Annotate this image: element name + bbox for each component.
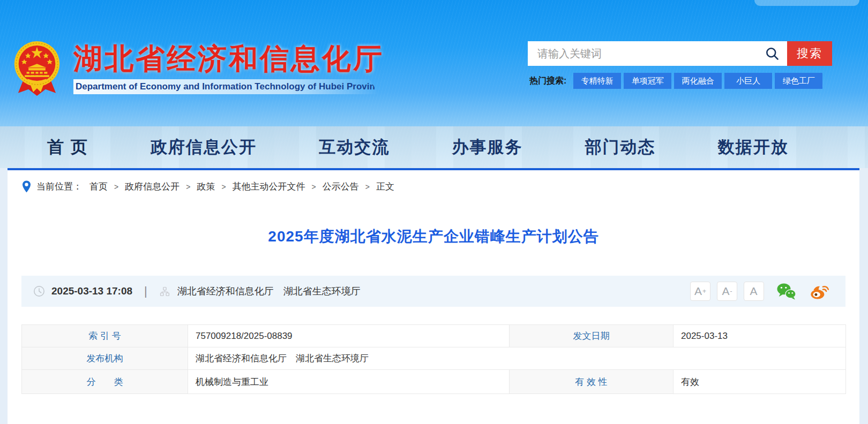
font-size-increase-button[interactable]: A+	[690, 282, 710, 301]
search-button[interactable]: 搜索	[787, 41, 832, 66]
hot-search-row: 热门搜索: 专精特新 单项冠军 两化融合 小巨人 绿色工厂	[529, 73, 825, 89]
site-title-english: Department of Economy and Information Te…	[76, 81, 385, 92]
brand-block: 湖北省经济和信息化厅 Department of Economy and Inf…	[73, 39, 384, 94]
clock-icon	[33, 285, 45, 297]
issue-date-label: 发文日期	[510, 325, 674, 347]
site-title: 湖北省经济和信息化厅	[73, 44, 384, 73]
hot-tag[interactable]: 专精特新	[573, 73, 621, 89]
site-subtitle-ribbon: Department of Economy and Information Te…	[73, 79, 379, 94]
wechat-share-icon[interactable]	[776, 282, 797, 300]
breadcrumb-item-policy[interactable]: 政策	[197, 180, 215, 193]
hot-search-label: 热门搜索:	[529, 75, 566, 87]
breadcrumb-item-gov-info[interactable]: 政府信息公开	[125, 180, 179, 193]
search-icon[interactable]	[765, 46, 780, 61]
meta-right-group: A+ A- A	[684, 282, 830, 301]
hot-tag[interactable]: 两化融合	[674, 73, 722, 89]
org-sitemap-icon	[159, 286, 170, 297]
breadcrumb-item-announcements[interactable]: 公示公告	[323, 180, 359, 193]
document-info-table: 索 引 号 757009218/2025-08839 发文日期 2025-03-…	[21, 324, 846, 394]
issuing-agency-value: 湖北省经济和信息化厅 湖北省生态环境厅	[188, 347, 846, 370]
article-title: 2025年度湖北省水泥生产企业错峰生产计划公告	[21, 226, 845, 247]
publish-datetime: 2025-03-13 17:08	[51, 285, 132, 297]
breadcrumb-separator: >	[221, 183, 226, 191]
breadcrumb-item-other-docs[interactable]: 其他主动公开文件	[233, 180, 305, 193]
article-meta-bar: 2025-03-13 17:08 | 湖北省经济和信息化厅 湖北省生态环境厅 A…	[21, 276, 845, 307]
validity-value: 有效	[674, 370, 846, 394]
breadcrumb-separator: >	[365, 183, 370, 191]
site-logo-link[interactable]: 湖北省经济和信息化厅 Department of Economy and Inf…	[13, 39, 384, 99]
breadcrumb: 当前位置： 首页 > 政府信息公开 > 政策 > 其他主动公开文件 > 公示公告…	[21, 170, 845, 193]
publish-sources: 湖北省经济和信息化厅 湖北省生态环境厅	[177, 285, 361, 298]
validity-label: 有 效 性	[510, 370, 674, 394]
meta-divider: |	[144, 284, 147, 298]
font-btn-letter: A	[722, 285, 729, 298]
breadcrumb-separator: >	[186, 183, 190, 191]
nav-item-gov-info[interactable]: 政府信息公开	[151, 136, 257, 158]
breadcrumb-item-home[interactable]: 首页	[89, 180, 108, 193]
font-size-reset-button[interactable]: A	[744, 282, 764, 301]
table-row: 发布机构 湖北省经济和信息化厅 湖北省生态环境厅	[22, 347, 846, 370]
table-row: 分 类 机械制造与重工业 有 效 性 有效	[22, 370, 846, 394]
search-bar: 搜索	[528, 41, 832, 66]
weibo-share-icon[interactable]	[809, 282, 830, 300]
content-panel: 当前位置： 首页 > 政府信息公开 > 政策 > 其他主动公开文件 > 公示公告…	[8, 168, 859, 424]
site-header: 湖北省经济和信息化厅 Department of Economy and Inf…	[0, 0, 868, 168]
nav-item-services[interactable]: 办事服务	[452, 136, 522, 158]
breadcrumb-item-current: 正文	[376, 180, 394, 193]
category-value: 机械制造与重工业	[188, 370, 510, 394]
search-input[interactable]	[528, 41, 787, 66]
location-pin-icon	[21, 180, 32, 193]
index-number-label: 索 引 号	[22, 325, 188, 347]
hot-tag[interactable]: 绿色工厂	[775, 73, 822, 89]
search-box	[528, 41, 787, 66]
hot-tag[interactable]: 小巨人	[724, 73, 772, 89]
table-row: 索 引 号 757009218/2025-08839 发文日期 2025-03-…	[22, 325, 846, 347]
category-label: 分 类	[22, 370, 188, 394]
issue-date-value: 2025-03-13	[674, 325, 846, 347]
issuing-agency-label: 发布机构	[22, 347, 188, 370]
nav-item-home[interactable]: 首 页	[47, 136, 88, 158]
meta-left-group: 2025-03-13 17:08 | 湖北省经济和信息化厅 湖北省生态环境厅	[33, 284, 361, 298]
font-btn-letter: A	[750, 285, 757, 298]
header-top-rounded-artifact	[754, 0, 859, 6]
nav-item-open-data[interactable]: 数据开放	[718, 136, 789, 158]
breadcrumb-separator: >	[114, 183, 118, 191]
font-btn-letter: A	[694, 285, 702, 298]
font-size-decrease-button[interactable]: A-	[717, 282, 737, 301]
breadcrumb-separator: >	[312, 183, 316, 191]
national-emblem-icon	[13, 39, 61, 99]
nav-item-interaction[interactable]: 互动交流	[319, 136, 390, 158]
hot-tag[interactable]: 单项冠军	[624, 73, 671, 89]
nav-item-dept-news[interactable]: 部门动态	[585, 136, 656, 158]
breadcrumb-label: 当前位置：	[36, 180, 82, 193]
index-number-value: 757009218/2025-08839	[188, 325, 510, 347]
main-nav: 首 页 政府信息公开 互动交流 办事服务 部门动态 数据开放	[16, 126, 820, 168]
